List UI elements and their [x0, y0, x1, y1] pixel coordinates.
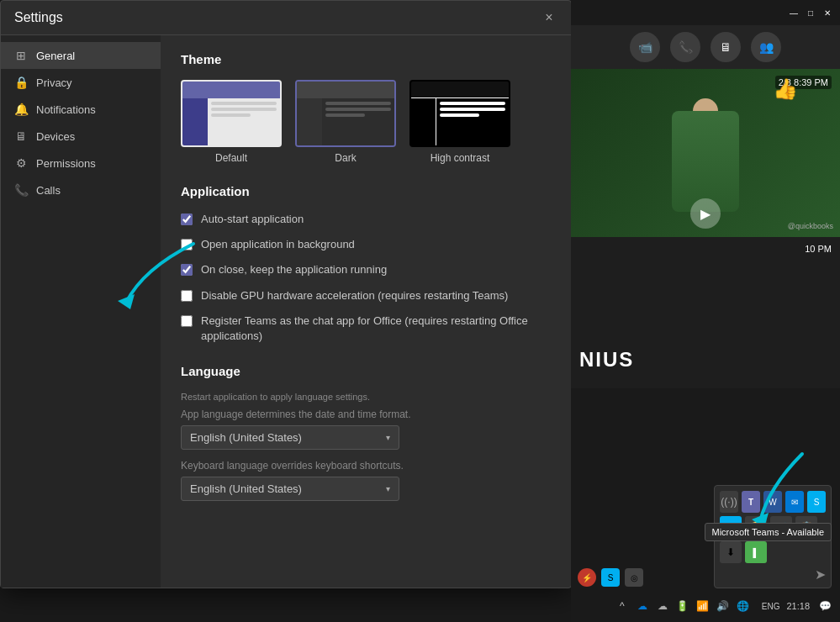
preview-line	[211, 108, 277, 111]
bottom-icon-3[interactable]: ◎	[625, 568, 643, 587]
keyboard-language-value: English (United States)	[190, 482, 302, 495]
nav-item-notifications[interactable]: 🔔 Notifications	[1, 96, 161, 123]
keyboard-language-dropdown[interactable]: English (United States) ▾	[181, 477, 399, 501]
register-chat-checkbox[interactable]	[181, 315, 193, 327]
nav-item-privacy[interactable]: 🔒 Privacy	[1, 69, 161, 96]
language-section: Language Restart application to apply la…	[181, 364, 551, 501]
theme-label-dark: Dark	[335, 152, 356, 164]
genius-text: NIUS	[579, 348, 634, 372]
preview-line	[325, 108, 391, 111]
video-tile-top: 2/8 8:39 PM 👍 ▶ @quickbooks	[571, 69, 840, 237]
close-window-button[interactable]: ✕	[822, 7, 833, 18]
play-button[interactable]: ▶	[690, 198, 721, 229]
system-taskbar: ^ ☁ ☁ 🔋 📶 🔊 🌐 ENG 21:18 💬	[571, 590, 840, 622]
bottom-icon-2[interactable]: S	[601, 568, 620, 587]
taskbar-onedrive-2[interactable]: ☁	[654, 598, 671, 614]
theme-card-dark[interactable]: Dark	[295, 80, 396, 164]
minimize-button[interactable]: —	[788, 7, 800, 18]
theme-row: Default	[181, 80, 551, 164]
taskbar-icons-row: ^ ☁ ☁ 🔋 📶 🔊 🌐	[614, 598, 752, 614]
dark-preview-body	[297, 98, 394, 145]
taskbar-lang: ENG	[762, 602, 780, 611]
dark-preview-sidebar	[297, 98, 322, 145]
theme-card-default[interactable]: Default	[181, 80, 282, 164]
theme-preview-hc	[409, 80, 510, 147]
auto-start-checkbox[interactable]	[181, 213, 193, 225]
nav-label-privacy: Privacy	[36, 76, 72, 89]
keyboard-lang-subtitle: Keyboard language overrides keyboard sho…	[181, 460, 551, 472]
thumbs-up-emoji: 👍	[773, 77, 798, 101]
auto-start-row: Auto-start application	[181, 212, 551, 227]
teams-tooltip: Microsoft Teams - Available	[705, 523, 832, 541]
person-container	[672, 111, 739, 212]
notifications-icon: 🔔	[14, 103, 28, 116]
video-tile-bottom: 10 PM NIUS	[571, 237, 840, 388]
taskbar-network[interactable]: 🌐	[735, 598, 752, 614]
keep-running-checkbox[interactable]	[181, 264, 193, 276]
top-bar: — □ ✕	[571, 0, 840, 25]
taskbar-wifi[interactable]: 📶	[695, 598, 711, 614]
open-background-row: Open application in background	[181, 237, 551, 252]
video-area: — □ ✕ 📹 📞 🖥 👥 2/8 8:39 PM 👍 ▶ @quickbook…	[571, 0, 840, 622]
calls-icon: 📞	[14, 183, 28, 197]
keyboard-language-arrow: ▾	[386, 484, 390, 493]
nav-item-permissions[interactable]: ⚙ Permissions	[1, 150, 161, 177]
app-language-dropdown[interactable]: English (United States) ▾	[181, 425, 399, 450]
nav-item-devices[interactable]: 🖥 Devices	[1, 123, 161, 150]
battery-icon[interactable]: ▌	[745, 541, 767, 563]
register-chat-row: Register Teams as the chat app for Offic…	[181, 314, 551, 344]
bottom-app-icons: ⚡ S ◎	[571, 565, 650, 590]
participants-button[interactable]: 👥	[751, 32, 781, 62]
preview-line	[325, 102, 391, 105]
preview-line	[211, 113, 251, 117]
download-icon[interactable]: ⬇	[720, 541, 742, 563]
settings-body: ⊞ General 🔒 Privacy 🔔 Notifications 🖥 De…	[1, 35, 571, 588]
open-background-checkbox[interactable]	[181, 239, 193, 250]
taskbar-sound[interactable]: 🔊	[715, 598, 732, 614]
theme-preview-default	[181, 80, 282, 147]
taskbar-onedrive[interactable]: ☁	[634, 598, 651, 614]
app-language-value: English (United States)	[190, 431, 302, 444]
app-language-arrow: ▾	[386, 433, 390, 442]
language-app-subtitle: App language determines the date and tim…	[181, 409, 551, 420]
open-background-label: Open application in background	[201, 237, 355, 252]
screen-share-button[interactable]: 🖥	[711, 32, 741, 62]
video-call-button[interactable]: 📹	[630, 32, 660, 62]
keep-running-row: On close, keep the application running	[181, 262, 551, 277]
bottom-icon-1[interactable]: ⚡	[578, 568, 596, 587]
nav-label-notifications: Notifications	[36, 103, 96, 116]
phone-button[interactable]: 📞	[670, 32, 700, 62]
default-preview-main	[208, 98, 280, 145]
auto-start-label: Auto-start application	[201, 212, 304, 227]
hc-preview-main	[436, 98, 509, 145]
default-preview-body	[182, 98, 280, 145]
send-button[interactable]: ➤	[815, 567, 826, 582]
nav-item-general[interactable]: ⊞ General	[1, 42, 161, 69]
hc-preview-body	[411, 98, 509, 145]
nav-label-calls: Calls	[36, 184, 61, 197]
close-button[interactable]: ×	[541, 9, 557, 26]
settings-title: Settings	[14, 10, 63, 25]
taskbar-chevron[interactable]: ^	[614, 598, 631, 614]
preview-line	[211, 102, 277, 105]
disable-gpu-row: Disable GPU hardware acceleration (requi…	[181, 288, 551, 303]
disable-gpu-checkbox[interactable]	[181, 290, 193, 302]
dark-preview-bar	[297, 82, 394, 98]
register-chat-label: Register Teams as the chat app for Offic…	[201, 314, 551, 344]
nav-item-calls[interactable]: 📞 Calls	[1, 177, 161, 203]
theme-label-default: Default	[215, 152, 247, 164]
devices-icon: 🖥	[14, 129, 28, 143]
hc-preview-bar	[411, 82, 509, 98]
preview-line	[440, 108, 505, 111]
theme-card-high-contrast[interactable]: High contrast	[409, 80, 510, 164]
maximize-button[interactable]: □	[805, 7, 816, 18]
application-section: Application Auto-start application Open …	[181, 184, 551, 344]
settings-content: Theme De	[161, 35, 571, 588]
disable-gpu-label: Disable GPU hardware acceleration (requi…	[201, 288, 508, 303]
taskbar-row-3: ⬇ ▌	[720, 541, 826, 563]
taskbar-notification[interactable]: 💬	[816, 598, 833, 614]
call-controls: 📹 📞 🖥 👥	[571, 25, 840, 69]
taskbar-battery[interactable]: 🔋	[674, 598, 691, 614]
nav-label-general: General	[36, 50, 75, 62]
settings-titlebar: Settings ×	[1, 1, 571, 35]
